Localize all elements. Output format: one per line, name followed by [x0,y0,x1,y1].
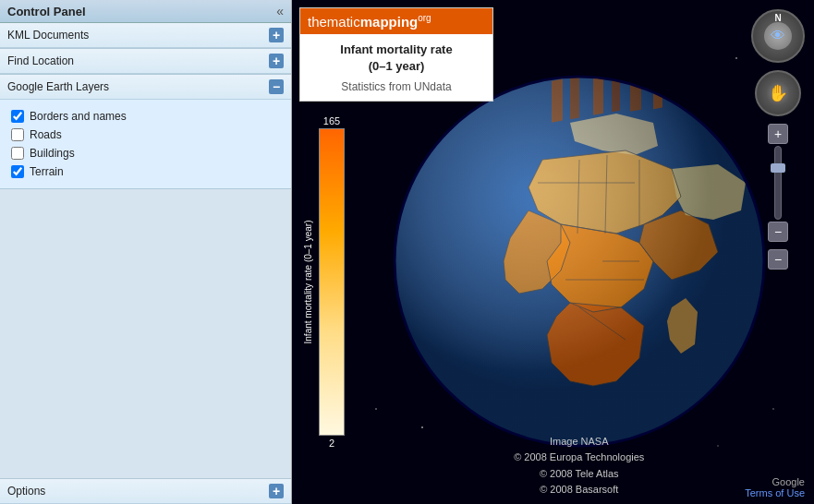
zoom-in-button[interactable]: + [768,124,788,144]
zoom-control: + − − [768,124,788,270]
legend-min-value: 2 [329,438,334,449]
layer-checkbox[interactable] [11,128,24,141]
navigation-controls: N 👁 ✋ + − − [751,9,805,270]
google-logo-area: Google Terms of Use [745,476,805,498]
zoom-min-button[interactable]: − [768,249,788,270]
credit-line-1: © 2008 Europa Technologies [514,450,644,466]
layers-list: Borders and namesRoadsBuildingsTerrain [0,100,291,188]
layer-label: Buildings [30,147,75,160]
compass-inner: 👁 [764,22,792,50]
eye-icon: 👁 [771,28,785,44]
options-section: Options + [0,478,291,504]
main-container: Control Panel « KML Documents + Find Loc… [0,0,814,504]
find-location-section: Find Location + [0,49,291,75]
control-panel: Control Panel « KML Documents + Find Loc… [0,0,292,504]
info-card-header: thematicmappingorg [300,8,492,34]
kml-section-header[interactable]: KML Documents + [0,23,291,48]
layer-item: Terrain [11,162,280,181]
zoom-out-button[interactable]: − [768,222,788,242]
layer-checkbox[interactable] [11,147,24,160]
brand-name-bold: mapping [360,14,419,30]
move-control[interactable]: ✋ [755,70,801,116]
legend-axis-label: Infant mortality rate (0–1 year) [304,221,314,344]
find-location-label: Find Location [7,54,74,67]
panel-collapse-button[interactable]: « [276,4,284,18]
find-location-header[interactable]: Find Location + [0,49,291,74]
kml-toggle-button[interactable]: + [269,28,284,42]
layer-checkbox[interactable] [11,165,24,178]
credit-line-0: Image NASA [514,434,644,450]
zoom-slider-track[interactable] [774,146,782,220]
layer-label: Roads [30,128,62,141]
options-label: Options [7,485,45,498]
options-header[interactable]: Options + [0,479,291,504]
brand-suffix: org [418,13,431,23]
globe-visualization [367,40,792,464]
layer-item: Roads [11,126,280,144]
kml-section-label: KML Documents [7,29,89,42]
panel-header: Control Panel « [0,0,291,23]
svg-point-4 [735,57,737,59]
google-earth-layers-label: Google Earth Layers [7,80,109,93]
layer-item: Borders and names [11,107,280,126]
svg-point-9 [717,445,719,447]
svg-point-8 [421,426,423,428]
legend-label-container: Infant mortality rate (0–1 year) [299,115,318,449]
layer-checkbox[interactable] [11,110,24,123]
svg-point-6 [375,408,377,410]
compass-north-label: N [774,13,781,23]
legend: 165 2 [318,115,346,449]
credit-line-3: © 2008 Basarsoft [514,482,644,498]
terms-of-use-link[interactable]: Terms of Use [745,487,805,498]
map-area[interactable]: thematicmappingorg Infant mortality rate… [292,0,814,504]
layer-label: Terrain [30,165,64,178]
kml-section: KML Documents + [0,23,291,49]
layer-item: Buildings [11,144,280,162]
legend-max-value: 165 [323,115,340,126]
map-subtitle: Statistics from UNdata [308,80,485,93]
options-toggle[interactable]: + [269,484,284,498]
zoom-slider-thumb[interactable] [771,163,785,173]
panel-title: Control Panel [7,5,86,18]
hand-icon: ✋ [768,83,788,103]
find-location-toggle[interactable]: + [269,54,284,68]
brand-name-plain: thematic [308,14,360,30]
layer-label: Borders and names [30,110,127,123]
google-earth-layers-toggle[interactable]: − [269,79,284,94]
image-credit: Image NASA © 2008 Europa Technologies © … [514,434,644,498]
google-earth-layers-section: Google Earth Layers − Borders and namesR… [0,75,291,189]
svg-point-31 [395,77,764,446]
brand-logo: thematicmappingorg [308,13,485,30]
svg-point-7 [772,408,774,410]
panel-spacer [0,189,291,478]
info-card-body: Infant mortality rate(0–1 year) Statisti… [300,34,492,101]
google-logo: Google [772,476,805,487]
google-earth-layers-header[interactable]: Google Earth Layers − [0,75,291,100]
info-card: thematicmappingorg Infant mortality rate… [299,7,493,102]
compass-control[interactable]: N 👁 [751,9,805,63]
map-title: Infant mortality rate(0–1 year) [308,42,485,75]
legend-color-bar [319,128,345,436]
credit-line-2: © 2008 Tele Atlas [514,466,644,483]
